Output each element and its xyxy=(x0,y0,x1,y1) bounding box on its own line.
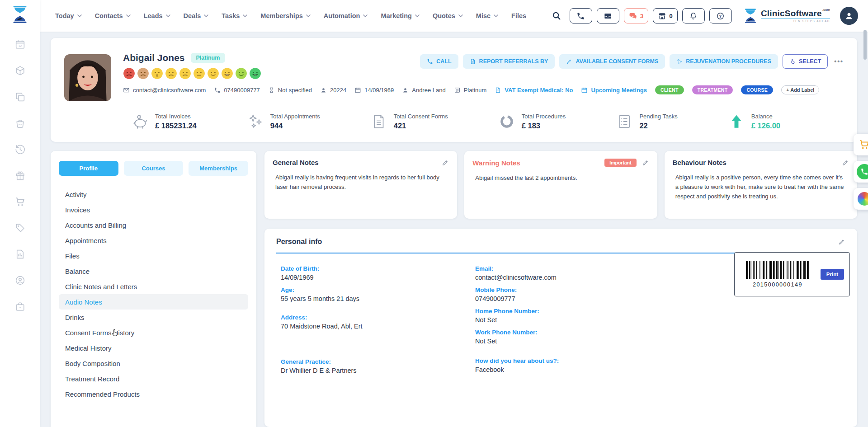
nav-item-automation[interactable]: Automation xyxy=(324,12,368,19)
stat-total-procedures: Total Procedures£ 183 xyxy=(499,113,566,130)
tier-chip[interactable]: Platinum xyxy=(454,87,487,94)
help-button[interactable] xyxy=(709,8,732,23)
menu-item-audio-notes[interactable]: Audio Notes xyxy=(59,294,248,310)
dob-chip[interactable]: 14/09/1969 xyxy=(354,87,394,94)
calendar-icon[interactable] xyxy=(14,39,26,50)
ai-widget[interactable] xyxy=(854,188,868,210)
email-chip[interactable]: contact@clinicsoftware.com xyxy=(123,87,206,94)
client-icon[interactable] xyxy=(14,275,26,286)
menu-item-activity[interactable]: Activity xyxy=(59,187,248,202)
field-value: contact@clinicsoftware.com xyxy=(475,274,670,281)
mood-face-2-icon[interactable] xyxy=(137,67,149,80)
mood-face-3-icon[interactable] xyxy=(151,67,163,80)
nav-item-tasks[interactable]: Tasks xyxy=(222,12,247,19)
voucher-tag-icon[interactable] xyxy=(14,222,26,234)
history-icon[interactable] xyxy=(14,144,26,155)
nav-item-deals[interactable]: Deals xyxy=(184,12,209,19)
mood-face-8-icon[interactable] xyxy=(221,67,233,80)
menu-item-body-composition[interactable]: Body Composition xyxy=(59,356,248,371)
mood-face-6-icon[interactable] xyxy=(193,67,205,80)
menu-item-medical-history[interactable]: Medical History xyxy=(59,340,248,356)
search-icon[interactable] xyxy=(552,11,561,21)
menu-item-consent-forms-history[interactable]: Consent Forms History xyxy=(59,325,248,340)
chat-button[interactable]: 3 xyxy=(624,8,649,23)
phone-chip[interactable]: 07490009777 xyxy=(214,87,260,94)
label-course[interactable]: COURSE xyxy=(741,85,773,94)
upcoming-meetings-link[interactable]: Upcoming Meetings xyxy=(581,87,647,94)
patient-header-card: Abigail Jones Platinum xyxy=(51,38,857,142)
more-options-button[interactable]: ••• xyxy=(832,58,845,65)
menu-item-accounts-and-billing[interactable]: Accounts and Billing xyxy=(59,217,248,233)
menu-item-balance[interactable]: Balance xyxy=(59,263,248,279)
nav-item-marketing[interactable]: Marketing xyxy=(381,12,420,19)
content-area: Abigail Jones Platinum xyxy=(40,32,868,427)
clinic-chip[interactable]: Andree Land xyxy=(402,87,445,94)
patient-photo[interactable] xyxy=(64,54,111,101)
clinicsoftware-logo-icon[interactable] xyxy=(12,0,28,39)
button-label: REJUVENATION PROCEDURES xyxy=(686,58,771,65)
package-icon[interactable] xyxy=(14,65,26,76)
nav-item-misc[interactable]: Misc xyxy=(476,12,498,19)
mood-face-4-icon[interactable] xyxy=(165,67,177,80)
nav-item-leads[interactable]: Leads xyxy=(144,12,170,19)
client-id-chip[interactable]: 20224 xyxy=(320,87,346,94)
nav-item-files[interactable]: Files xyxy=(511,12,526,19)
mood-face-1-icon[interactable] xyxy=(123,67,135,80)
available-consent-forms-button[interactable]: AVAILABLE CONSENT FORMS xyxy=(559,54,665,69)
inbox-button[interactable] xyxy=(597,8,619,23)
menu-item-recommended-products[interactable]: Recommended Products xyxy=(59,386,248,402)
clinicsoftware-brand[interactable]: ClinicSoftware.com TEN STEPS AHEAD xyxy=(744,8,830,23)
mood-face-7-icon[interactable] xyxy=(207,67,219,80)
cart-widget[interactable] xyxy=(854,134,868,155)
chat-badge: 3 xyxy=(640,13,644,19)
label-client[interactable]: CLIENT xyxy=(655,85,684,94)
rejuvenation-procedures-button[interactable]: REJUVENATION PROCEDURES xyxy=(670,54,778,69)
vertical-scrollbar[interactable] xyxy=(863,30,867,60)
nav-item-quotes[interactable]: Quotes xyxy=(433,12,463,19)
nav-item-memberships[interactable]: Memberships xyxy=(260,12,310,19)
edit-pencil-icon[interactable] xyxy=(838,238,845,245)
mood-face-9-icon[interactable] xyxy=(235,67,247,80)
notifications-button[interactable] xyxy=(682,8,705,23)
shop-button[interactable]: 0 xyxy=(653,8,678,23)
mood-face-5-icon[interactable] xyxy=(179,67,191,80)
nav-label: Deals xyxy=(184,12,201,19)
menu-item-invoices[interactable]: Invoices xyxy=(59,202,248,217)
add-label-button[interactable]: + Add Label xyxy=(781,85,819,94)
label-treatment[interactable]: TREATMENT xyxy=(692,85,733,94)
report-referrals-button[interactable]: REPORT REFERRALS BY xyxy=(463,54,555,69)
edit-pencil-icon[interactable] xyxy=(642,159,649,166)
status-chip[interactable]: Not specified xyxy=(268,87,312,94)
menu-item-clinic-notes-and-letters[interactable]: Clinic Notes and Letters xyxy=(59,279,248,294)
edit-pencil-icon[interactable] xyxy=(442,159,449,166)
menu-item-files[interactable]: Files xyxy=(59,248,248,263)
basket-icon[interactable] xyxy=(14,117,26,129)
main-column: Today Contacts Leads Deals Tasks Members… xyxy=(40,0,868,427)
mood-face-10-icon[interactable] xyxy=(249,67,261,80)
vat-exempt-link[interactable]: VAT Exempt Medical: No xyxy=(495,87,573,94)
nav-item-contacts[interactable]: Contacts xyxy=(95,12,131,19)
cart-icon[interactable] xyxy=(14,196,26,207)
briefcase-icon[interactable] xyxy=(14,301,26,312)
user-avatar[interactable] xyxy=(840,7,858,25)
edit-pencil-icon[interactable] xyxy=(842,159,849,166)
edge-widgets xyxy=(854,134,868,210)
patient-main: Abigail Jones Platinum xyxy=(123,42,844,101)
tab-memberships[interactable]: Memberships xyxy=(189,161,248,176)
phone-call-button[interactable] xyxy=(570,8,592,23)
stat-value: £ 126.00 xyxy=(751,122,780,130)
call-button[interactable]: CALL xyxy=(420,54,458,69)
menu-item-drinks[interactable]: Drinks xyxy=(59,310,248,325)
select-button[interactable]: SELECT xyxy=(783,54,828,69)
report-icon[interactable] xyxy=(14,249,26,260)
menu-item-treatment-record[interactable]: Treatment Record xyxy=(59,371,248,386)
nav-item-today[interactable]: Today xyxy=(55,12,82,19)
sparkles-icon xyxy=(247,113,264,130)
print-button[interactable]: Print xyxy=(821,269,844,280)
menu-item-appointments[interactable]: Appointments xyxy=(59,233,248,248)
gift-icon[interactable] xyxy=(14,170,26,181)
call-widget[interactable] xyxy=(854,161,868,183)
copy-icon[interactable] xyxy=(14,91,26,103)
tab-courses[interactable]: Courses xyxy=(124,161,184,176)
tab-profile[interactable]: Profile xyxy=(59,161,118,176)
